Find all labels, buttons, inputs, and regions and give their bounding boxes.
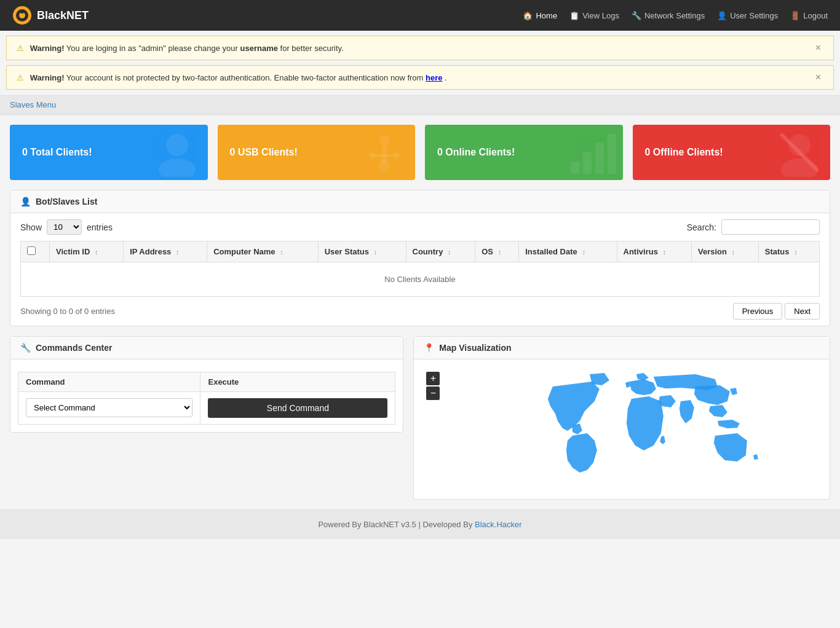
map-zoom-controls: + − <box>426 372 440 400</box>
cmd-row: Select Command Send Command <box>18 392 395 425</box>
col-computer-name[interactable]: Computer Name ↕ <box>207 241 319 262</box>
map-panel-header: 📍 Map Visualization <box>414 337 830 359</box>
zoom-in-button[interactable]: + <box>426 372 440 385</box>
footer: Powered By BlackNET v3.5 | Developed By … <box>0 509 840 539</box>
stat-usb-label: 0 USB Clients! <box>230 147 298 158</box>
pagination-info: Showing 0 to 0 of 0 entries <box>20 307 115 316</box>
nav-user-label: User Settings <box>730 11 778 20</box>
stat-online-clients: 0 Online Clients! <box>425 125 623 180</box>
bot-table: Victim ID ↕ IP Address ↕ Computer Name ↕… <box>20 241 820 297</box>
col-country[interactable]: Country ↕ <box>406 241 475 262</box>
nav-item-view-logs[interactable]: 📋 View Logs <box>569 11 619 20</box>
sort-victim-id-icon: ↕ <box>95 248 98 256</box>
logout-icon: 🚪 <box>790 11 800 20</box>
show-entries-control: Show 10 25 50 100 entries <box>20 219 113 235</box>
commands-panel-header: 🔧 Commands Center <box>10 337 403 359</box>
table-controls: Show 10 25 50 100 entries Search: <box>10 213 830 241</box>
stat-online-icon <box>568 128 617 180</box>
col-ip-address[interactable]: IP Address ↕ <box>124 241 207 262</box>
sort-date-icon: ↕ <box>582 248 585 256</box>
svg-point-3 <box>20 10 24 14</box>
col-user-status[interactable]: User Status ↕ <box>318 241 406 262</box>
table-wrapper: Victim ID ↕ IP Address ↕ Computer Name ↕… <box>10 241 830 297</box>
search-control: Search: <box>687 219 820 235</box>
svg-rect-16 <box>608 134 616 174</box>
col-victim-id[interactable]: Victim ID ↕ <box>49 241 123 262</box>
user-icon: 👤 <box>717 11 727 20</box>
svg-point-4 <box>166 134 188 156</box>
map-container: + − <box>414 359 830 499</box>
alert-2fa: ⚠ Warning! Your account is not protected… <box>6 65 834 90</box>
alert-2-warning-label: Warning! <box>30 73 65 82</box>
command-select[interactable]: Select Command <box>26 398 192 417</box>
select-all-checkbox[interactable] <box>27 246 36 255</box>
alert-1-close-button[interactable]: × <box>813 42 823 53</box>
nav-home-label: Home <box>536 11 557 20</box>
nav-item-home[interactable]: 🏠 Home <box>523 11 557 20</box>
map-panel-title: Map Visualization <box>439 343 511 353</box>
warning-icon-2: ⚠ <box>17 73 24 82</box>
home-icon: 🏠 <box>523 11 533 20</box>
logo-icon <box>12 6 32 25</box>
breadcrumb-link[interactable]: Slaves Menu <box>10 100 56 109</box>
next-button[interactable]: Next <box>785 303 820 320</box>
brand: BlackNET <box>12 6 89 25</box>
col-os[interactable]: OS ↕ <box>475 241 519 262</box>
col-antivirus[interactable]: Antivirus ↕ <box>617 241 691 262</box>
sort-status-icon: ↕ <box>794 248 798 256</box>
search-input[interactable] <box>721 219 820 235</box>
cmd-col-command: Command <box>18 372 200 392</box>
svg-point-8 <box>378 160 390 172</box>
send-command-button[interactable]: Send Command <box>208 398 387 418</box>
footer-link[interactable]: Black.Hacker <box>475 520 522 529</box>
col-version[interactable]: Version ↕ <box>691 241 758 262</box>
bot-panel-title: Bot/Slaves List <box>36 197 97 206</box>
svg-rect-13 <box>571 162 579 174</box>
logs-icon: 📋 <box>569 11 579 20</box>
nav-item-network-settings[interactable]: 🔧 Network Settings <box>632 11 705 20</box>
nav-item-logout[interactable]: 🚪 Logout <box>790 11 828 20</box>
alert-2-close-button[interactable]: × <box>813 72 823 83</box>
pagination-buttons: Previous Next <box>733 303 820 320</box>
previous-button[interactable]: Previous <box>733 303 783 320</box>
zoom-out-button[interactable]: − <box>426 387 440 400</box>
commands-col: 🔧 Commands Center Command Execute <box>10 336 403 500</box>
no-data-message: No Clients Available <box>21 262 820 297</box>
nav-item-user-settings[interactable]: 👤 User Settings <box>717 11 778 20</box>
sort-av-icon: ↕ <box>662 248 666 256</box>
cmd-select-cell: Select Command <box>18 392 200 425</box>
stat-total-label: 0 Total Clients! <box>22 147 92 158</box>
commands-table: Command Execute Select Command <box>18 372 395 425</box>
entries-select[interactable]: 10 25 50 100 <box>47 219 82 235</box>
navbar: BlackNET 🏠 Home 📋 View Logs 🔧 Network Se… <box>0 0 840 31</box>
stat-online-label: 0 Online Clients! <box>437 147 515 158</box>
commands-panel-title: Commands Center <box>36 343 112 353</box>
alert-username: ⚠ Warning! You are loging in as "admin" … <box>6 36 834 60</box>
bot-slaves-panel: 👤 Bot/Slaves List Show 10 25 50 100 entr… <box>10 190 830 326</box>
world-map-svg <box>446 367 840 490</box>
col-status[interactable]: Status ↕ <box>758 241 819 262</box>
commands-panel: 🔧 Commands Center Command Execute <box>10 336 403 433</box>
nav-network-label: Network Settings <box>644 11 705 20</box>
sort-computer-icon: ↕ <box>280 248 283 256</box>
alert-2-link[interactable]: here <box>426 73 442 82</box>
cmd-col-execute: Execute <box>200 372 395 392</box>
nav-menu: 🏠 Home 📋 View Logs 🔧 Network Settings 👤 … <box>523 11 828 20</box>
stat-usb-icon <box>360 128 409 180</box>
cmd-header-row: Command Execute <box>18 372 395 392</box>
svg-point-10 <box>369 152 375 159</box>
svg-point-12 <box>394 152 400 159</box>
stat-offline-label: 0 Offline Clients! <box>645 147 723 158</box>
nav-logs-label: View Logs <box>582 11 619 20</box>
nav-logout-label: Logout <box>803 11 828 20</box>
stats-row: 0 Total Clients! 0 USB Clients! 0 Online… <box>0 115 840 190</box>
map-panel: 📍 Map Visualization + − <box>413 336 830 500</box>
map-pin-icon: 📍 <box>424 343 434 353</box>
svg-rect-15 <box>595 143 604 174</box>
pagination-bar: Showing 0 to 0 of 0 entries Previous Nex… <box>10 297 830 326</box>
alert-1-text-after: for better security. <box>280 44 344 53</box>
col-checkbox <box>21 241 50 262</box>
alert-1-warning-label: Warning! <box>30 44 65 53</box>
col-installed-date[interactable]: Installed Date ↕ <box>519 241 617 262</box>
alert-1-bold: username <box>240 44 278 53</box>
